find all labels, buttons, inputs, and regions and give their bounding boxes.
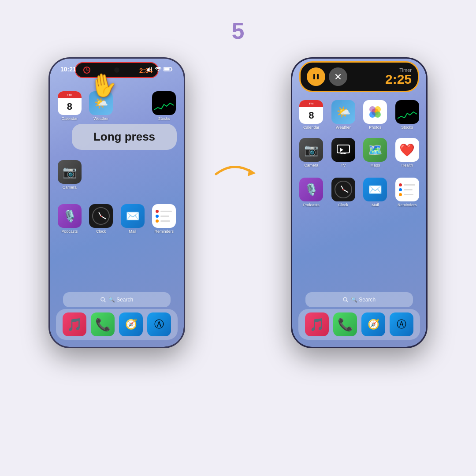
right-dock: 🎵 📞 🧭 Ⓐ [298, 309, 420, 340]
left-app-clock[interactable]: Clock [88, 204, 115, 234]
right-dock-music[interactable]: 🎵 [305, 312, 329, 336]
right-app-stocks[interactable]: Stocks [394, 100, 421, 130]
left-empty-slot [119, 91, 146, 121]
left-app-stocks[interactable]: Stocks [151, 91, 178, 121]
left-phone-body: 10:21 [48, 57, 185, 348]
right-tv-label: TV [341, 163, 346, 167]
svg-rect-3 [151, 67, 152, 71]
right-app-tv[interactable]: TV [330, 138, 357, 167]
right-app-mail[interactable]: ✉️ Mail [361, 178, 389, 207]
left-phone: 10:21 [48, 57, 185, 348]
heart-shape: ❤️ [399, 143, 415, 157]
svg-rect-6 [164, 68, 170, 71]
left-camera-label: Camera [63, 185, 77, 190]
left-status-icons [147, 67, 173, 71]
left-app-calendar[interactable]: FRI 8 Calendar [56, 91, 83, 121]
right-live-activity[interactable]: Timer 2:25 [299, 61, 419, 92]
right-home-row2: 📷 Camera TV [292, 138, 426, 167]
left-app-reminders[interactable]: Reminders [151, 204, 178, 234]
left-dock-safari[interactable]: 🧭 [119, 312, 143, 336]
svg-rect-0 [147, 69, 148, 71]
right-dock-safari[interactable]: 🧭 [361, 312, 385, 336]
right-app-weather[interactable]: 🌤️ Weather [330, 100, 357, 130]
left-dock-music[interactable]: 🎵 [63, 312, 86, 336]
left-status-time: 10:21 [60, 66, 76, 73]
svg-rect-2 [149, 67, 150, 71]
left-search-icon [100, 297, 106, 302]
stocks-chart [154, 101, 174, 112]
right-clock-label: Clock [338, 203, 348, 207]
right-cal-label: Calendar [303, 125, 320, 130]
left-clock-label: Clock [96, 229, 106, 234]
left-stocks-label: Stocks [158, 116, 170, 121]
svg-point-20 [375, 112, 381, 118]
right-maps-label: Maps [370, 163, 380, 167]
svg-point-22 [369, 106, 376, 112]
pause-button[interactable] [307, 67, 325, 86]
right-cal-day: FRI [309, 102, 313, 105]
right-reminders-label: Reminders [398, 203, 417, 207]
pause-icon [312, 73, 320, 80]
left-reminders-label: Reminders [154, 229, 174, 234]
photos-icon-svg [367, 104, 383, 120]
right-phone-body: Timer 2:25 FRI 8 Calendar [291, 57, 428, 348]
right-app-maps[interactable]: 🗺️ Maps [361, 138, 389, 167]
right-health-label: Health [402, 163, 413, 167]
phones-container: 10:21 [48, 57, 428, 348]
left-home-row2: 📷 Camera [50, 160, 184, 190]
step-number: 5 [232, 18, 245, 44]
svg-point-21 [369, 112, 376, 118]
right-app-podcasts[interactable]: 🎙️ Podcasts [298, 178, 325, 207]
svg-point-4 [158, 70, 159, 71]
right-dock-appstore[interactable]: Ⓐ [390, 312, 413, 336]
right-app-health[interactable]: ❤️ Health [394, 138, 421, 167]
cal-date: 8 [67, 102, 72, 112]
right-photos-label: Photos [369, 125, 381, 130]
right-app-photos[interactable]: Photos [361, 100, 389, 130]
right-podcasts-label: Podcasts [303, 203, 320, 207]
left-weather-label: Weather [93, 116, 108, 121]
long-press-bubble: Long press [72, 124, 177, 150]
svg-rect-23 [337, 145, 350, 153]
left-cal-label: Calendar [61, 116, 78, 121]
hand-cursor: ✋ [87, 70, 120, 101]
long-press-text: Long press [93, 130, 155, 144]
right-home-row3: 🎙️ Podcasts [292, 178, 426, 207]
right-mail-label: Mail [372, 203, 379, 207]
left-search-bar[interactable]: 🔍 Search [63, 292, 171, 307]
left-search-text: 🔍 Search [108, 297, 133, 303]
left-mail-label: Mail [129, 229, 136, 234]
svg-line-25 [346, 301, 348, 302]
left-dock-appstore[interactable]: Ⓐ [147, 312, 171, 336]
close-icon [335, 74, 341, 80]
right-app-clock[interactable]: Clock [330, 178, 357, 207]
right-stocks-label: Stocks [401, 125, 413, 130]
orange-arrow [212, 152, 264, 187]
svg-marker-12 [248, 169, 256, 176]
right-dock-phone[interactable]: 📞 [333, 312, 357, 336]
tv-icon-svg [336, 144, 350, 156]
left-phone-screen: 10:21 [50, 59, 184, 347]
right-weather-label: Weather [336, 125, 351, 130]
left-app-podcasts[interactable]: 🎙️ Podcasts [56, 204, 83, 234]
right-timer-info: Timer 2:25 [351, 67, 412, 86]
left-status-bar: 10:21 [50, 66, 184, 73]
close-button[interactable] [329, 67, 347, 86]
right-home-row1: FRI 8 Calendar 🌤️ Weather [292, 98, 426, 130]
right-phone: Timer 2:25 FRI 8 Calendar [291, 57, 428, 348]
right-search-bar[interactable]: 🔍 Search [305, 292, 413, 307]
right-app-reminders[interactable]: Reminders [394, 178, 421, 207]
right-app-camera[interactable]: 📷 Camera [298, 138, 325, 167]
cal-day: FRI [67, 93, 72, 96]
left-podcasts-label: Podcasts [61, 229, 78, 234]
left-app-mail[interactable]: ✉️ Mail [119, 204, 146, 234]
left-home-row3: 🎙️ Podcasts [50, 204, 184, 234]
svg-rect-13 [313, 74, 315, 79]
left-app-camera[interactable]: 📷 Camera [56, 160, 83, 190]
right-cal-date: 8 [309, 111, 314, 120]
right-search-icon [343, 297, 348, 302]
left-dock-phone[interactable]: 📞 [91, 312, 115, 336]
right-app-calendar[interactable]: FRI 8 Calendar [298, 100, 325, 130]
svg-line-11 [104, 301, 105, 302]
right-phone-screen: Timer 2:25 FRI 8 Calendar [292, 59, 426, 347]
